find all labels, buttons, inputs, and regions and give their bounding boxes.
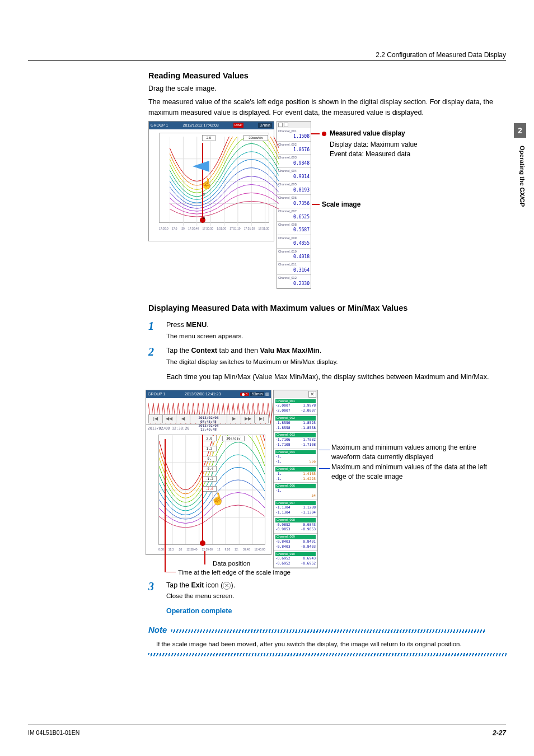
group-label: GROUP 1 [151,123,168,128]
value-row: Channel_0021.0676 [277,142,311,155]
drag-arrow-icon [193,161,209,172]
nav-prev-button[interactable]: ◀ [176,415,190,423]
minmax-row: Channel_004 -1. -1.556 [274,449,317,466]
reading-measured-values-heading: Reading Measured Values [148,70,507,81]
hp-timestamp: 2013/02/08 12:41:23 [185,391,221,397]
value-row: Channel_0050.8193 [277,181,311,195]
scale-mid: .2 [202,192,205,197]
time-connector-v [165,439,166,572]
exit-icon[interactable]: ✕ [223,582,231,590]
rec-badge: 0 [240,393,249,396]
header-section: 2.2 Configuration of Measured Data Displ… [376,50,506,60]
page-footer: IM 04L51B01-01EN 2-27 [28,725,506,738]
trend-panel[interactable]: GROUP 1 2012/12/12 17:42:03 DISP 37min [148,121,274,241]
value-row: Channel_0100.4018 [277,249,311,262]
minmax-row: Channel_006 -1. 54 [274,483,317,500]
minmax-row: Channel_005 -1.1.4165 -1.-1.4225 [274,466,317,483]
nav-forward-button[interactable]: ▶▶ [241,415,255,423]
value-row: Channel_0080.5687 [277,222,311,235]
header-rule [28,60,506,61]
minmax-row: Channel_003 -1.71061.7082 -1.7108-1.7108 [274,432,317,449]
hp-scale-line[interactable] [202,435,203,545]
chapter-title: Operating the GX/GP [518,146,526,207]
nav-range: 2013/02/06 08:45:452013/02/08 12:40:48 [190,415,227,423]
minmax-row: Channel_007 -1.13041.1288 -1.1304-1.1304 [274,500,317,517]
hp-scale-handle[interactable] [200,540,205,546]
hand-cursor-icon: ☝ [199,176,214,192]
callout-connector-2 [312,204,320,205]
hp-group: GROUP 1 [148,391,165,397]
anno-time-left-edge: Time at the left edge of the scale image [178,568,291,577]
note-heading: Note [148,624,171,636]
value-row: Channel_0011.1508 [277,128,311,142]
anno-connector-1 [319,450,330,450]
note-stripes-top [171,629,485,633]
value-row: Channel_0030.9848 [277,155,311,168]
step-2-sub: The digital display switches to Maximum … [166,357,507,366]
value-row: Channel_0040.9014 [277,168,311,181]
panel-icon-2[interactable] [284,123,288,127]
anno-entire-waveform: Maximum and minimum values among the ent… [331,443,488,462]
value-row: Channel_0120.2330 [277,275,311,288]
step-2-sub2: Each time you tap Min/Max (Value Max Min… [166,372,507,382]
s1-p2: The measured value of the scale's left e… [148,97,507,117]
anno-left-edge: Maximum and minimum values of the data a… [331,463,488,482]
hp-interval: 53min [250,392,264,396]
s1-p1: Drag the scale image. [148,83,507,94]
chapter-tab: 2 [514,123,526,138]
anno-connector-2 [319,468,330,469]
panel-icon-1[interactable] [278,123,283,127]
scale-bot: .0 [202,216,205,220]
callout-measured-value: Measured value display Display data: Max… [322,129,418,159]
history-titlebar: GROUP 1 2013/02/08 12:41:23 0 53min ▥ [146,390,271,398]
dp-connector [204,551,205,564]
value-row: Channel_0070.6525 [277,208,311,222]
minmax-row: Channel_009 -0.84030.8401 -0.8403-0.8403 [274,534,317,550]
step-1-num: 1 [148,320,158,340]
callout-connector-1 [311,133,320,134]
minmax-toolbar: ✕ [274,390,317,398]
note-text: If the scale image had been moved, after… [156,640,507,649]
close-icon[interactable]: ✕ [308,391,316,398]
step-1-sub: The menu screen appears. [166,332,507,340]
digital-panel-toolbar [277,122,311,128]
hp-icon[interactable]: ▥ [265,392,269,396]
nav-rewind-button[interactable]: ◀◀ [163,415,177,423]
step-3-num: 3 [148,581,158,601]
step-3-sub: Close the menu screen. [166,591,507,600]
note-stripes-bottom [148,653,507,656]
operation-complete: Operation complete [166,606,507,617]
time-connector-h [165,572,176,573]
nav-last-button[interactable]: ▶| [255,415,268,423]
minmax-row: Channel_002 -1.85501.8525 -1.8558-1.8558 [274,415,317,432]
trend-grid [159,133,269,223]
overview-strip[interactable]: |◀ ◀◀ ◀ 2013/02/06 08:45:452013/02/08 12… [146,398,271,425]
scale-top-box: 2.0 [202,135,216,141]
timediv-box: 30sec/div [243,135,268,141]
nav-bar: |◀ ◀◀ ◀ 2013/02/06 08:45:452013/02/08 12… [148,414,269,423]
digital-panel: Channel_0011.1508Channel_0021.0676Channe… [277,121,311,290]
step-2-main: Tap the Context tab and then Valu Max Ma… [166,346,507,356]
x-ticks: 17:50:017:5:3017:50:4017:50:501:51:0017:… [159,227,269,231]
displaying-minmax-heading: Displaying Measured Data with Maximum va… [148,302,507,314]
step-2-num: 2 [148,346,158,382]
value-row: Channel_0110.3164 [277,262,311,275]
nav-next-button[interactable]: ▶ [227,415,241,423]
step-1-main: Press MENU. [166,320,507,330]
minmax-row: Channel_001 -2.00071.9978 -2.0007-2.0007 [274,398,317,415]
callout-scale-image: Scale image [322,200,360,209]
value-row: Channel_0060.7356 [277,195,311,208]
hp-xticks: 0:0012:3:2012:38:4012:39:00129:2012:39:4… [158,548,265,552]
value-row: Channel_0090.4855 [277,235,311,249]
timestamp: 2012/12/12 17:42:03 [182,123,218,128]
minmax-row: Channel_008 -0.98520.9843 -0.9853-0.9853 [274,517,317,534]
minmax-row: Channel_010 -0.69520.6943 -0.6952-0.6952 [274,551,317,568]
doc-id: IM 04L51B01-01EN [28,729,79,738]
red-bullet-icon [322,132,326,136]
anno-data-position: Data position [213,559,250,568]
step-3-main: Tap the Exit icon (✕). [166,581,507,591]
page-number: 2-27 [493,729,506,738]
disp-badge: DISP [233,123,243,127]
nav-first-button[interactable]: |◀ [149,415,163,423]
interval-badge: 37min [258,123,272,128]
